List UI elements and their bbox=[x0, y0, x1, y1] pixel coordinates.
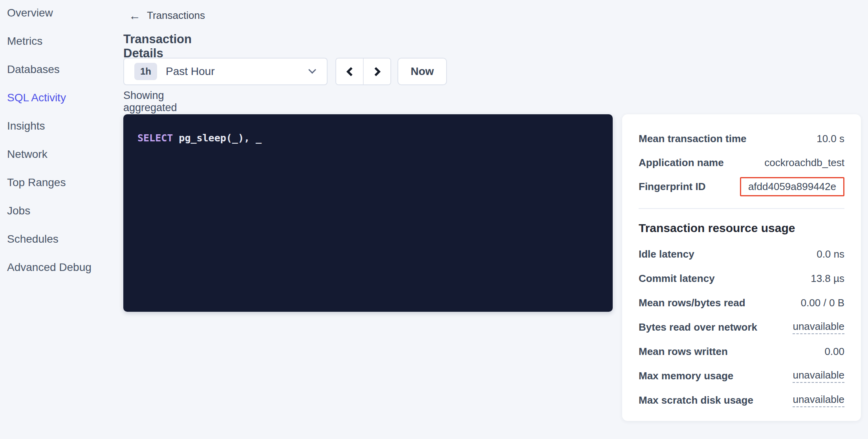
row-label: Bytes read over network bbox=[639, 321, 757, 333]
time-range-dropdown[interactable]: 1h Past Hour bbox=[123, 58, 328, 85]
interval-badge: 1h bbox=[134, 63, 157, 80]
chevron-left-icon bbox=[346, 67, 355, 76]
sidebar-item-metrics[interactable]: Metrics bbox=[0, 27, 118, 55]
sql-keyword: SELECT bbox=[137, 132, 173, 144]
transaction-details-card: Mean transaction time 10.0 s Application… bbox=[622, 114, 861, 421]
row-value: 0.00 / 0 B bbox=[801, 297, 844, 309]
sidebar-item-advanced-debug[interactable]: Advanced Debug bbox=[0, 253, 118, 282]
sidebar-item-insights[interactable]: Insights bbox=[0, 112, 118, 140]
resource-usage-section-title: Transaction resource usage bbox=[639, 221, 844, 235]
arrow-left-icon: ← bbox=[129, 10, 141, 22]
unavailable-tooltip-value[interactable]: unavailable bbox=[793, 369, 844, 383]
time-step-button-group bbox=[335, 58, 391, 85]
sidebar-item-network[interactable]: Network bbox=[0, 140, 118, 168]
row-label: Max scratch disk usage bbox=[639, 394, 753, 406]
unavailable-tooltip-value[interactable]: unavailable bbox=[793, 320, 844, 334]
row-idle-latency: Idle latency 0.0 ns bbox=[639, 242, 844, 266]
time-controls: 1h Past Hour Now bbox=[123, 58, 447, 85]
next-range-button[interactable] bbox=[363, 59, 390, 84]
row-label: Max memory usage bbox=[639, 370, 733, 382]
summary-rows: Mean transaction time 10.0 s Application… bbox=[639, 114, 844, 199]
row-value: 0.0 ns bbox=[817, 248, 844, 260]
card-divider bbox=[639, 208, 844, 209]
sql-statement: SELECT pg_sleep(_), _ bbox=[137, 132, 262, 144]
sidebar-item-sql-activity[interactable]: SQL Activity bbox=[0, 84, 118, 112]
row-fingerprint-id: Fingerprint ID afdd4059a899442e bbox=[639, 175, 844, 199]
row-commit-latency: Commit latency 13.8 µs bbox=[639, 266, 844, 291]
sidebar-item-overview[interactable]: Overview bbox=[0, 0, 118, 27]
previous-range-button[interactable] bbox=[336, 59, 363, 84]
row-value: 10.0 s bbox=[817, 133, 844, 145]
sql-statement-box: SELECT pg_sleep(_), _ bbox=[123, 114, 613, 312]
fingerprint-id-value-highlighted: afdd4059a899442e bbox=[740, 177, 844, 196]
sql-body: pg_sleep(_), _ bbox=[173, 132, 262, 144]
now-button[interactable]: Now bbox=[397, 58, 447, 85]
sidebar-item-databases[interactable]: Databases bbox=[0, 55, 118, 84]
row-application-name: Application name cockroachdb_test bbox=[639, 151, 844, 175]
row-value: 13.8 µs bbox=[811, 273, 844, 285]
breadcrumb-label: Transactions bbox=[147, 9, 205, 22]
row-label: Idle latency bbox=[639, 248, 694, 260]
row-mean-rows-written: Mean rows written 0.00 bbox=[639, 339, 844, 364]
breadcrumb-back-link[interactable]: ← Transactions bbox=[129, 9, 205, 22]
row-label: Fingerprint ID bbox=[639, 181, 705, 193]
row-max-scratch-disk-usage: Max scratch disk usage unavailable bbox=[639, 388, 844, 412]
sidebar: Overview Metrics Databases SQL Activity … bbox=[0, 0, 118, 439]
row-label: Mean rows written bbox=[639, 346, 728, 358]
row-mean-transaction-time: Mean transaction time 10.0 s bbox=[639, 127, 844, 151]
row-bytes-read-over-network: Bytes read over network unavailable bbox=[639, 315, 844, 339]
chevron-down-icon bbox=[308, 66, 316, 74]
sidebar-item-top-ranges[interactable]: Top Ranges bbox=[0, 168, 118, 197]
sidebar-item-jobs[interactable]: Jobs bbox=[0, 197, 118, 225]
row-value: cockroachdb_test bbox=[764, 157, 844, 169]
sidebar-item-schedules[interactable]: Schedules bbox=[0, 225, 118, 253]
sidebar-nav-list: Overview Metrics Databases SQL Activity … bbox=[0, 0, 118, 282]
unavailable-tooltip-value[interactable]: unavailable bbox=[793, 393, 844, 407]
page-title: Transaction Details bbox=[123, 32, 192, 60]
row-label: Mean transaction time bbox=[639, 133, 747, 145]
row-max-memory-usage: Max memory usage unavailable bbox=[639, 364, 844, 388]
row-label: Application name bbox=[639, 157, 724, 169]
row-label: Mean rows/bytes read bbox=[639, 297, 745, 309]
resource-usage-rows: Idle latency 0.0 ns Commit latency 13.8 … bbox=[639, 242, 844, 412]
row-mean-rows-bytes-read: Mean rows/bytes read 0.00 / 0 B bbox=[639, 291, 844, 315]
row-label: Commit latency bbox=[639, 273, 715, 285]
time-range-selected-value: Past Hour bbox=[166, 65, 309, 78]
chevron-right-icon bbox=[371, 67, 381, 76]
row-value: 0.00 bbox=[824, 346, 844, 358]
